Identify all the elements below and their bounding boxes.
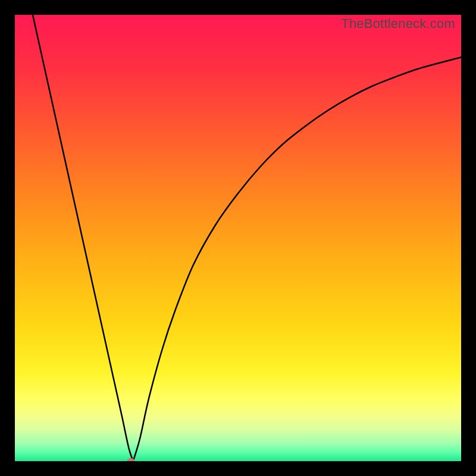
curve-right-branch xyxy=(133,57,461,461)
curve-svg xyxy=(15,15,461,461)
optimum-marker xyxy=(127,458,135,461)
curve-left-branch xyxy=(33,15,133,461)
chart-frame: TheBottleneck.com xyxy=(0,0,476,476)
watermark-label: TheBottleneck.com xyxy=(341,16,455,32)
plot-area: TheBottleneck.com xyxy=(15,15,461,461)
